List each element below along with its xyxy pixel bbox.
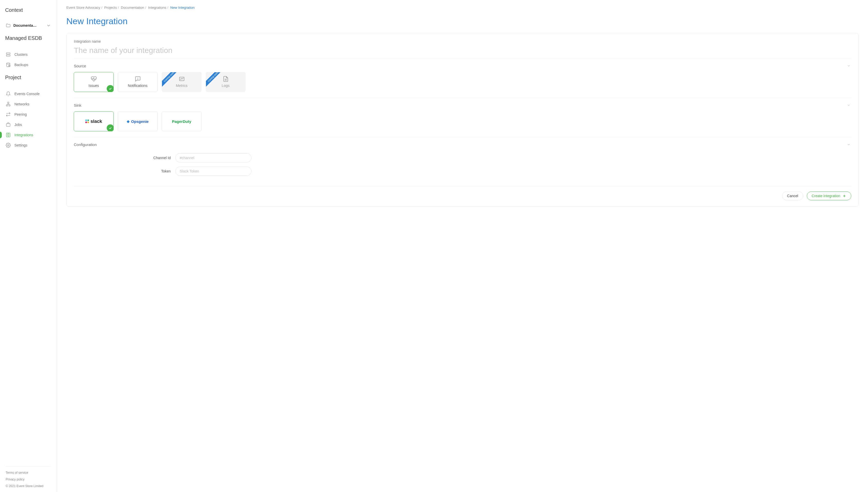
token-label: Token [74, 169, 175, 173]
sidebar-item-backups[interactable]: Backups [0, 59, 57, 70]
sidebar-item-settings[interactable]: Settings [0, 140, 57, 150]
pagerduty-logo: PagerDuty [172, 119, 191, 124]
card-label: Notifications [128, 83, 147, 88]
breadcrumb-current: New Integration [170, 6, 195, 9]
gear-icon [6, 143, 11, 148]
integration-name-input[interactable] [74, 45, 851, 58]
svg-point-19 [138, 79, 138, 80]
svg-rect-0 [6, 53, 10, 54]
svg-rect-6 [8, 102, 9, 104]
sink-card-slack[interactable]: slack [74, 111, 114, 131]
source-card-issues[interactable]: Issues [74, 72, 114, 92]
config-label: Configuration [74, 142, 97, 147]
sink-card-opsgenie[interactable]: ◆ Opsgenie [118, 111, 157, 131]
config-form: Channel Id Token [74, 151, 851, 186]
sidebar-item-jobs[interactable]: Jobs [0, 120, 57, 130]
backups-icon [6, 62, 11, 67]
sidebar-item-label: Integrations [15, 133, 33, 137]
breadcrumb-item[interactable]: Event Store Advocacy [66, 6, 100, 9]
page-title: New Integration [66, 16, 859, 26]
opsgenie-logo: ◆ Opsgenie [127, 119, 149, 124]
card-label: Opsgenie [131, 119, 149, 124]
card-label: Metrics [176, 83, 188, 88]
managed-heading: Managed ESDB [5, 35, 52, 41]
opsgenie-icon: ◆ [127, 119, 130, 123]
context-selector[interactable]: Documenta… [0, 21, 57, 29]
sidebar-item-label: Networks [15, 102, 29, 106]
card-label: Issues [89, 83, 99, 88]
context-item-label: Documenta… [14, 23, 36, 27]
sidebar-item-integrations[interactable]: Integrations [0, 130, 57, 140]
clusters-icon [6, 52, 11, 57]
sidebar-item-peering[interactable]: Peering [0, 109, 57, 120]
source-label: Source [74, 64, 86, 68]
sidebar-item-events-console[interactable]: Events Console [0, 89, 57, 99]
slack-logo: slack [85, 119, 102, 124]
svg-point-14 [7, 134, 9, 136]
svg-rect-8 [9, 105, 10, 106]
sidebar-item-label: Clusters [15, 52, 27, 56]
sidebar-item-label: Backups [15, 63, 28, 67]
sink-section-header[interactable]: Sink [74, 98, 851, 111]
source-card-metrics: Coming soon Metrics [162, 72, 202, 92]
card-label: Logs [222, 83, 229, 88]
check-icon [107, 85, 114, 92]
sidebar-item-label: Settings [15, 143, 27, 147]
create-integration-button[interactable]: Create integration ＋ [807, 192, 851, 200]
main-content: Event Store Advocacy/ Projects/ Document… [57, 0, 868, 492]
breadcrumb-item[interactable]: Integrations [148, 6, 166, 9]
sink-label: Sink [74, 103, 81, 107]
token-input[interactable] [175, 167, 251, 176]
footer-actions: Cancel Create integration ＋ [74, 187, 851, 200]
svg-rect-12 [6, 124, 10, 126]
active-indicator [0, 131, 2, 138]
plus-icon: ＋ [842, 193, 846, 199]
cancel-button[interactable]: Cancel [782, 192, 803, 200]
channel-id-label: Channel Id [74, 156, 175, 160]
breadcrumb-item[interactable]: Projects [104, 6, 117, 9]
sidebar: Context Documenta… Managed ESDB Clusters… [0, 0, 57, 492]
card-label: PagerDuty [172, 119, 191, 124]
sidebar-item-label: Events Console [15, 92, 40, 96]
heartbeat-icon [91, 76, 97, 81]
metrics-icon [179, 76, 185, 81]
sidebar-item-clusters[interactable]: Clusters [0, 49, 57, 59]
chevron-down-icon [846, 142, 851, 147]
integrations-icon [6, 132, 11, 138]
sink-cards: slack ◆ Opsgenie PagerDuty [74, 111, 851, 137]
chevron-down-icon [846, 103, 851, 108]
form-panel: Integration name Source Issues [66, 33, 859, 207]
config-section-header[interactable]: Configuration [74, 137, 851, 151]
integration-name-label: Integration name [74, 39, 851, 44]
sidebar-footer: Terms of service Privacy policy © 2021 E… [0, 467, 57, 488]
network-icon [6, 101, 11, 107]
card-label: slack [91, 119, 102, 124]
source-cards: Issues Notifications Coming soon Metrics [74, 72, 851, 98]
breadcrumb: Event Store Advocacy/ Projects/ Document… [66, 6, 859, 9]
breadcrumb-item[interactable]: Documentation [121, 6, 144, 9]
sink-card-pagerduty[interactable]: PagerDuty [162, 111, 202, 131]
source-card-notifications[interactable]: Notifications [118, 72, 157, 92]
channel-id-input[interactable] [175, 153, 251, 163]
bell-icon [6, 91, 11, 96]
sidebar-item-networks[interactable]: Networks [0, 99, 57, 109]
chevron-down-icon [846, 63, 851, 68]
source-section-header[interactable]: Source [74, 58, 851, 72]
notification-icon [135, 76, 141, 81]
svg-point-17 [8, 145, 9, 146]
peering-icon [6, 112, 11, 117]
context-heading: Context [5, 7, 52, 13]
chevron-down-icon [46, 23, 51, 28]
briefcase-icon [6, 122, 11, 127]
sidebar-item-label: Jobs [15, 123, 22, 127]
check-icon [107, 124, 114, 131]
svg-point-4 [6, 63, 10, 64]
logs-icon [223, 76, 229, 81]
source-card-logs: Coming soon Logs [206, 72, 246, 92]
terms-link[interactable]: Terms of service [6, 471, 51, 474]
svg-rect-7 [6, 105, 8, 106]
copyright: © 2021 Event Store Limited [6, 484, 51, 488]
svg-rect-1 [6, 55, 10, 56]
folder-icon [6, 23, 11, 28]
privacy-link[interactable]: Privacy policy [6, 477, 51, 481]
